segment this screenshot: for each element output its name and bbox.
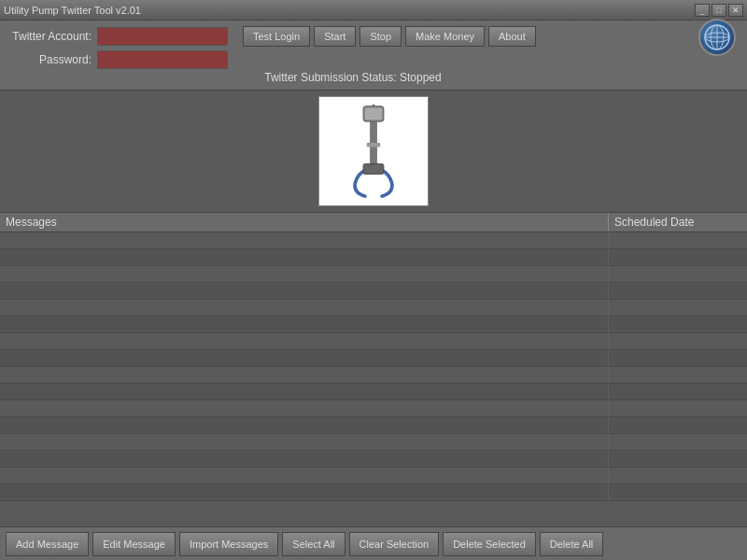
password-row: Password: xyxy=(7,50,698,69)
cell-date xyxy=(609,249,747,265)
table-row[interactable] xyxy=(0,451,747,468)
table-row[interactable] xyxy=(0,384,747,400)
about-button[interactable]: About xyxy=(488,26,536,47)
cell-date xyxy=(609,350,747,366)
cell-message xyxy=(0,451,609,467)
cell-message xyxy=(0,400,609,416)
stop-button[interactable]: Stop xyxy=(359,26,402,47)
table-row[interactable] xyxy=(0,417,747,434)
cell-message xyxy=(0,266,609,282)
close-button[interactable]: ✕ xyxy=(728,4,743,17)
cell-date xyxy=(609,266,747,282)
table-row[interactable] xyxy=(0,400,747,417)
cell-date xyxy=(609,232,747,248)
delete-selected-button[interactable]: Delete Selected xyxy=(443,532,536,556)
table-row[interactable] xyxy=(0,300,747,316)
table-row[interactable] xyxy=(0,232,747,249)
cell-date xyxy=(609,468,747,483)
title-text: Utility Pump Twitter Tool v2.01 xyxy=(4,5,141,16)
delete-all-button[interactable]: Delete All xyxy=(540,532,603,556)
edit-message-button[interactable]: Edit Message xyxy=(92,532,176,556)
table-row[interactable] xyxy=(0,283,747,300)
globe-button[interactable] xyxy=(698,19,736,56)
col-date-header: Scheduled Date xyxy=(609,213,747,231)
cell-date xyxy=(609,283,747,299)
table-row[interactable] xyxy=(0,316,747,333)
password-label: Password: xyxy=(7,53,92,66)
title-bar: Utility Pump Twitter Tool v2.01 _ □ ✕ xyxy=(0,0,747,21)
svg-rect-6 xyxy=(365,108,382,120)
cell-date xyxy=(609,316,747,332)
svg-rect-8 xyxy=(363,164,384,175)
cell-message xyxy=(0,417,609,433)
table-row[interactable] xyxy=(0,434,747,451)
cell-date xyxy=(609,333,747,349)
table-row[interactable] xyxy=(0,367,747,384)
start-button[interactable]: Start xyxy=(314,26,356,47)
minimize-button[interactable]: _ xyxy=(695,4,710,17)
test-login-button[interactable]: Test Login xyxy=(243,26,310,47)
globe-icon xyxy=(704,24,730,50)
table-header: Messages Scheduled Date xyxy=(0,213,747,232)
toolbar-buttons: Test Login Start Stop Make Money About xyxy=(243,26,536,47)
image-container xyxy=(0,91,747,212)
cell-message xyxy=(0,249,609,265)
cell-date xyxy=(609,400,747,416)
make-money-button[interactable]: Make Money xyxy=(405,26,485,47)
main-layout: Twitter Account: Test Login Start Stop M… xyxy=(0,21,747,560)
cell-date xyxy=(609,434,747,450)
twitter-account-label: Twitter Account: xyxy=(7,30,92,43)
twitter-account-input[interactable] xyxy=(97,27,228,46)
cell-message xyxy=(0,384,609,399)
cell-message xyxy=(0,300,609,315)
cell-message xyxy=(0,333,609,349)
table-row[interactable] xyxy=(0,484,747,501)
password-input[interactable] xyxy=(97,50,228,69)
account-row: Twitter Account: Test Login Start Stop M… xyxy=(7,26,698,47)
svg-rect-10 xyxy=(367,143,381,147)
cell-message xyxy=(0,434,609,450)
table-row[interactable] xyxy=(0,350,747,367)
cell-date xyxy=(609,451,747,467)
controls-area: Twitter Account: Test Login Start Stop M… xyxy=(0,21,747,91)
cell-message xyxy=(0,232,609,248)
cell-date xyxy=(609,484,747,500)
table-row[interactable] xyxy=(0,249,747,266)
bottom-bar: Add Message Edit Message Import Messages… xyxy=(0,526,747,560)
table-container: Messages Scheduled Date xyxy=(0,212,747,560)
clear-selection-button[interactable]: Clear Selection xyxy=(349,532,440,556)
cell-date xyxy=(609,300,747,315)
maximize-button[interactable]: □ xyxy=(712,4,726,17)
cell-message xyxy=(0,316,609,332)
cell-message xyxy=(0,283,609,299)
import-messages-button[interactable]: Import Messages xyxy=(179,532,278,556)
table-row[interactable] xyxy=(0,266,747,283)
table-row[interactable] xyxy=(0,468,747,484)
pump-illustration xyxy=(336,105,411,198)
cell-date xyxy=(609,367,747,383)
cell-message xyxy=(0,350,609,366)
select-all-button[interactable]: Select All xyxy=(282,532,345,556)
table-row[interactable] xyxy=(0,333,747,350)
cell-date xyxy=(609,417,747,433)
window-controls: _ □ ✕ xyxy=(695,4,743,17)
cell-date xyxy=(609,384,747,399)
cell-message xyxy=(0,367,609,383)
status-text: Twitter Submission Status: Stopped xyxy=(7,71,698,84)
cell-message xyxy=(0,468,609,483)
add-message-button[interactable]: Add Message xyxy=(6,532,89,556)
table-body[interactable] xyxy=(0,232,747,501)
cell-message xyxy=(0,484,609,500)
product-image xyxy=(318,96,429,206)
col-messages-header: Messages xyxy=(0,213,609,231)
